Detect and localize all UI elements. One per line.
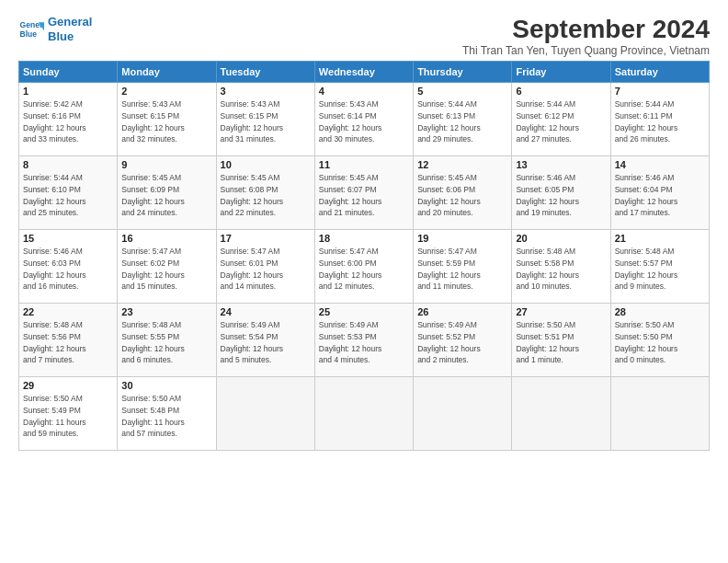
day-number: 10 xyxy=(221,159,311,170)
day-info: Sunrise: 5:45 AM Sunset: 6:06 PM Dayligh… xyxy=(417,172,507,219)
table-row xyxy=(414,377,512,451)
table-row: 12Sunrise: 5:45 AM Sunset: 6:06 PM Dayli… xyxy=(414,156,512,230)
day-number: 22 xyxy=(23,306,113,317)
day-number: 11 xyxy=(319,159,409,170)
table-row: 22Sunrise: 5:48 AM Sunset: 5:56 PM Dayli… xyxy=(19,304,118,377)
day-number: 15 xyxy=(23,233,113,244)
day-info: Sunrise: 5:48 AM Sunset: 5:55 PM Dayligh… xyxy=(121,319,211,366)
day-info: Sunrise: 5:49 AM Sunset: 5:52 PM Dayligh… xyxy=(417,319,507,366)
table-row: 6Sunrise: 5:44 AM Sunset: 6:12 PM Daylig… xyxy=(512,83,610,156)
table-row: 3Sunrise: 5:43 AM Sunset: 6:15 PM Daylig… xyxy=(216,83,314,156)
table-row: 11Sunrise: 5:45 AM Sunset: 6:07 PM Dayli… xyxy=(314,156,413,230)
table-row: 29Sunrise: 5:50 AM Sunset: 5:49 PM Dayli… xyxy=(19,377,118,451)
day-number: 24 xyxy=(221,306,311,317)
day-number: 9 xyxy=(121,159,211,170)
day-number: 7 xyxy=(615,86,705,97)
day-info: Sunrise: 5:44 AM Sunset: 6:10 PM Dayligh… xyxy=(23,172,113,219)
day-number: 4 xyxy=(319,86,409,97)
day-number: 3 xyxy=(221,86,311,97)
day-info: Sunrise: 5:45 AM Sunset: 6:07 PM Dayligh… xyxy=(319,172,409,219)
day-number: 25 xyxy=(319,306,409,317)
table-row: 15Sunrise: 5:46 AM Sunset: 6:03 PM Dayli… xyxy=(19,230,118,304)
header: General Blue General Blue September 2024… xyxy=(18,15,710,57)
subtitle: Thi Tran Tan Yen, Tuyen Quang Province, … xyxy=(462,44,710,57)
day-number: 26 xyxy=(417,306,507,317)
day-info: Sunrise: 5:47 AM Sunset: 6:00 PM Dayligh… xyxy=(319,246,409,293)
day-info: Sunrise: 5:44 AM Sunset: 6:11 PM Dayligh… xyxy=(615,98,705,145)
table-row: 20Sunrise: 5:48 AM Sunset: 5:58 PM Dayli… xyxy=(512,230,610,304)
day-info: Sunrise: 5:43 AM Sunset: 6:14 PM Dayligh… xyxy=(319,98,409,145)
day-number: 18 xyxy=(319,233,409,244)
day-info: Sunrise: 5:46 AM Sunset: 6:03 PM Dayligh… xyxy=(23,246,113,293)
day-number: 23 xyxy=(121,306,211,317)
day-info: Sunrise: 5:47 AM Sunset: 5:59 PM Dayligh… xyxy=(417,246,507,293)
day-info: Sunrise: 5:50 AM Sunset: 5:49 PM Dayligh… xyxy=(23,393,113,440)
day-number: 21 xyxy=(615,233,705,244)
table-row: 7Sunrise: 5:44 AM Sunset: 6:11 PM Daylig… xyxy=(610,83,709,156)
day-number: 16 xyxy=(121,233,211,244)
table-row: 23Sunrise: 5:48 AM Sunset: 5:55 PM Dayli… xyxy=(118,304,216,377)
day-number: 20 xyxy=(516,233,606,244)
day-number: 1 xyxy=(23,86,113,97)
day-number: 29 xyxy=(23,380,113,391)
day-info: Sunrise: 5:44 AM Sunset: 6:12 PM Dayligh… xyxy=(516,98,606,145)
day-info: Sunrise: 5:46 AM Sunset: 6:04 PM Dayligh… xyxy=(615,172,705,219)
table-row xyxy=(314,377,413,451)
table-row: 27Sunrise: 5:50 AM Sunset: 5:51 PM Dayli… xyxy=(512,304,610,377)
day-info: Sunrise: 5:50 AM Sunset: 5:48 PM Dayligh… xyxy=(121,393,211,440)
day-number: 12 xyxy=(417,159,507,170)
table-row xyxy=(216,377,314,451)
col-wednesday: Wednesday xyxy=(314,62,413,83)
table-row: 13Sunrise: 5:46 AM Sunset: 6:05 PM Dayli… xyxy=(512,156,610,230)
day-number: 27 xyxy=(516,306,606,317)
day-info: Sunrise: 5:45 AM Sunset: 6:09 PM Dayligh… xyxy=(121,172,211,219)
page: General Blue General Blue September 2024… xyxy=(0,0,728,563)
day-info: Sunrise: 5:43 AM Sunset: 6:15 PM Dayligh… xyxy=(221,98,311,145)
day-info: Sunrise: 5:47 AM Sunset: 6:02 PM Dayligh… xyxy=(121,246,211,293)
table-row: 18Sunrise: 5:47 AM Sunset: 6:00 PM Dayli… xyxy=(314,230,413,304)
calendar-table: Sunday Monday Tuesday Wednesday Thursday… xyxy=(18,61,710,451)
col-saturday: Saturday xyxy=(610,62,709,83)
logo-line1: General xyxy=(48,15,92,29)
table-row: 14Sunrise: 5:46 AM Sunset: 6:04 PM Dayli… xyxy=(610,156,709,230)
day-info: Sunrise: 5:48 AM Sunset: 5:57 PM Dayligh… xyxy=(615,246,705,293)
day-number: 5 xyxy=(417,86,507,97)
day-number: 30 xyxy=(121,380,211,391)
table-row: 2Sunrise: 5:43 AM Sunset: 6:15 PM Daylig… xyxy=(118,83,216,156)
col-sunday: Sunday xyxy=(19,62,118,83)
day-number: 19 xyxy=(417,233,507,244)
day-info: Sunrise: 5:42 AM Sunset: 6:16 PM Dayligh… xyxy=(23,98,113,145)
table-row xyxy=(610,377,709,451)
table-row: 1Sunrise: 5:42 AM Sunset: 6:16 PM Daylig… xyxy=(19,83,118,156)
day-info: Sunrise: 5:49 AM Sunset: 5:54 PM Dayligh… xyxy=(221,319,311,366)
day-number: 6 xyxy=(516,86,606,97)
col-tuesday: Tuesday xyxy=(216,62,314,83)
table-row: 17Sunrise: 5:47 AM Sunset: 6:01 PM Dayli… xyxy=(216,230,314,304)
table-row: 26Sunrise: 5:49 AM Sunset: 5:52 PM Dayli… xyxy=(414,304,512,377)
month-title: September 2024 xyxy=(462,15,710,44)
logo: General Blue General Blue xyxy=(18,15,92,43)
day-info: Sunrise: 5:48 AM Sunset: 5:56 PM Dayligh… xyxy=(23,319,113,366)
logo-line2: Blue xyxy=(48,29,92,44)
day-info: Sunrise: 5:44 AM Sunset: 6:13 PM Dayligh… xyxy=(417,98,507,145)
table-row: 9Sunrise: 5:45 AM Sunset: 6:09 PM Daylig… xyxy=(118,156,216,230)
day-info: Sunrise: 5:46 AM Sunset: 6:05 PM Dayligh… xyxy=(516,172,606,219)
table-row: 30Sunrise: 5:50 AM Sunset: 5:48 PM Dayli… xyxy=(118,377,216,451)
day-info: Sunrise: 5:47 AM Sunset: 6:01 PM Dayligh… xyxy=(221,246,311,293)
svg-text:Blue: Blue xyxy=(20,29,38,38)
day-number: 17 xyxy=(221,233,311,244)
table-row: 8Sunrise: 5:44 AM Sunset: 6:10 PM Daylig… xyxy=(19,156,118,230)
day-number: 14 xyxy=(615,159,705,170)
day-number: 13 xyxy=(516,159,606,170)
table-row: 19Sunrise: 5:47 AM Sunset: 5:59 PM Dayli… xyxy=(414,230,512,304)
table-row: 5Sunrise: 5:44 AM Sunset: 6:13 PM Daylig… xyxy=(414,83,512,156)
day-info: Sunrise: 5:49 AM Sunset: 5:53 PM Dayligh… xyxy=(319,319,409,366)
table-row: 4Sunrise: 5:43 AM Sunset: 6:14 PM Daylig… xyxy=(314,83,413,156)
day-info: Sunrise: 5:45 AM Sunset: 6:08 PM Dayligh… xyxy=(221,172,311,219)
day-info: Sunrise: 5:43 AM Sunset: 6:15 PM Dayligh… xyxy=(121,98,211,145)
day-info: Sunrise: 5:48 AM Sunset: 5:58 PM Dayligh… xyxy=(516,246,606,293)
day-number: 28 xyxy=(615,306,705,317)
day-info: Sunrise: 5:50 AM Sunset: 5:50 PM Dayligh… xyxy=(615,319,705,366)
table-row: 16Sunrise: 5:47 AM Sunset: 6:02 PM Dayli… xyxy=(118,230,216,304)
logo-icon: General Blue xyxy=(18,17,44,42)
